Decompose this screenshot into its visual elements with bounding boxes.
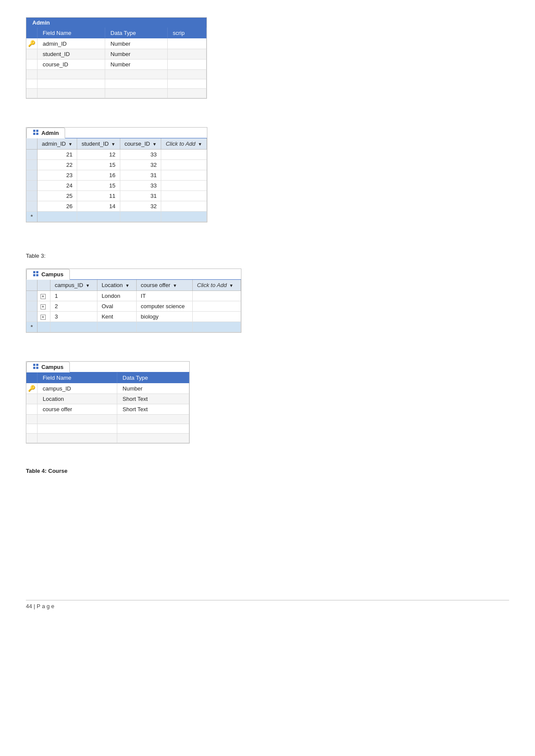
campus-location-header[interactable]: Location ▼ [97,280,136,291]
campus-click-to-add-header[interactable]: Click to Add ▼ [193,280,241,291]
col-arrow-campus-id[interactable]: ▼ [85,283,90,288]
new-row-cell[interactable] [38,212,77,222]
course-offer-cell[interactable]: biology [136,312,192,322]
campus-new-row-cell[interactable] [136,322,192,332]
student-id-cell[interactable]: 16 [77,170,120,181]
student-id-cell[interactable]: 11 [77,191,120,201]
admin-id-cell[interactable]: 21 [38,150,77,160]
col-arrow-location[interactable]: ▼ [125,283,129,288]
campus-data-type-cell[interactable]: Number [117,383,189,394]
extra-cell[interactable] [161,170,206,181]
admin-id-cell[interactable]: 24 [38,181,77,191]
col-arrow-click-to-add[interactable]: ▼ [198,142,202,147]
campus-field-name-cell[interactable] [38,424,117,434]
desc-cell[interactable] [167,79,206,89]
data-type-cell[interactable] [105,70,168,79]
campus-field-name-cell[interactable] [38,415,117,424]
campus-data-type-cell[interactable]: Short Text [117,394,189,404]
col-arrow-course-id[interactable]: ▼ [153,142,157,147]
location-cell[interactable]: Oval [97,301,136,312]
desc-cell[interactable] [167,49,206,59]
field-name-cell[interactable]: course_ID [38,59,105,70]
data-type-cell[interactable]: Number [105,59,168,70]
course-id-cell[interactable]: 33 [120,181,161,191]
new-row-cell[interactable] [120,212,161,222]
campus-datasheet-tab[interactable]: Campus [26,269,70,280]
extra-cell[interactable] [161,160,206,170]
course-id-cell[interactable]: 31 [120,170,161,181]
course-offer-cell[interactable]: computer science [136,301,192,312]
data-type-cell[interactable]: Number [105,38,168,49]
field-name-cell[interactable]: student_ID [38,49,105,59]
expand-button[interactable]: + [41,304,46,309]
admin-id-cell[interactable]: 25 [38,191,77,201]
desc-cell[interactable] [167,70,206,79]
admin-id-cell[interactable]: 23 [38,170,77,181]
expand-cell[interactable]: + [38,312,50,322]
campus-extra-cell[interactable] [193,301,241,312]
col-arrow-campus-click-add[interactable]: ▼ [229,283,234,288]
admin-id-cell[interactable]: 26 [38,201,77,212]
campus-id-cell[interactable]: 3 [50,312,97,322]
campus-new-row-cell[interactable] [50,322,97,332]
expand-button[interactable]: + [41,294,46,299]
new-row-cell[interactable] [77,212,120,222]
campus-course-offer-header[interactable]: course offer ▼ [136,280,192,291]
course-id-cell[interactable]: 32 [120,201,161,212]
desc-cell[interactable] [167,38,206,49]
course-id-cell[interactable]: 32 [120,160,161,170]
admin-id-cell[interactable]: 22 [38,160,77,170]
ds-student-id-header[interactable]: student_ID ▼ [77,138,120,150]
field-name-cell[interactable]: admin_ID [38,38,105,49]
ds-admin-id-header[interactable]: admin_ID ▼ [38,138,77,150]
course-id-cell[interactable]: 31 [120,191,161,201]
extra-cell[interactable] [161,201,206,212]
location-cell[interactable]: Kent [97,312,136,322]
location-cell[interactable]: London [97,291,136,301]
campus-field-name-cell[interactable]: campus_ID [38,383,117,394]
course-id-cell[interactable]: 33 [120,150,161,160]
expand-cell[interactable]: + [38,301,50,312]
campus-data-type-cell[interactable]: Short Text [117,404,189,415]
ds-click-to-add-header[interactable]: Click to Add ▼ [161,138,206,150]
campus-data-type-cell[interactable] [117,415,189,424]
data-type-cell[interactable] [105,89,168,98]
course-offer-cell[interactable]: IT [136,291,192,301]
campus-data-type-cell[interactable] [117,424,189,434]
campus-new-row-cell[interactable] [38,322,50,332]
desc-cell[interactable] [167,89,206,98]
field-name-cell[interactable] [38,79,105,89]
campus-id-header[interactable]: campus_ID ▼ [50,280,97,291]
field-name-cell[interactable] [38,70,105,79]
student-id-cell[interactable]: 12 [77,150,120,160]
campus-id-cell[interactable]: 2 [50,301,97,312]
student-id-cell[interactable]: 14 [77,201,120,212]
new-row-cell[interactable] [161,212,206,222]
expand-cell[interactable]: + [38,291,50,301]
student-id-cell[interactable]: 15 [77,160,120,170]
campus-data-type-cell[interactable] [117,434,189,443]
campus-new-row-cell[interactable] [97,322,136,332]
extra-cell[interactable] [161,191,206,201]
admin-datasheet-tab[interactable]: Admin [26,128,65,138]
col-arrow-student-id[interactable]: ▼ [111,142,116,147]
campus-field-name-cell[interactable] [38,434,117,443]
col-arrow-course-offer[interactable]: ▼ [173,283,177,288]
data-type-cell[interactable]: Number [105,49,168,59]
student-id-cell[interactable]: 15 [77,181,120,191]
desc-cell[interactable] [167,59,206,70]
expand-button[interactable]: + [41,315,46,320]
campus-field-name-cell[interactable]: Location [38,394,117,404]
campus-new-row-cell[interactable] [193,322,241,332]
extra-cell[interactable] [161,150,206,160]
campus-extra-cell[interactable] [193,291,241,301]
campus-id-cell[interactable]: 1 [50,291,97,301]
col-arrow-admin-id[interactable]: ▼ [68,142,72,147]
extra-cell[interactable] [161,181,206,191]
field-name-cell[interactable] [38,89,105,98]
campus-design-tab[interactable]: Campus [26,362,70,372]
campus-extra-cell[interactable] [193,312,241,322]
ds-course-id-header[interactable]: course_ID ▼ [120,138,161,150]
campus-field-name-cell[interactable]: course offer [38,404,117,415]
data-type-cell[interactable] [105,79,168,89]
